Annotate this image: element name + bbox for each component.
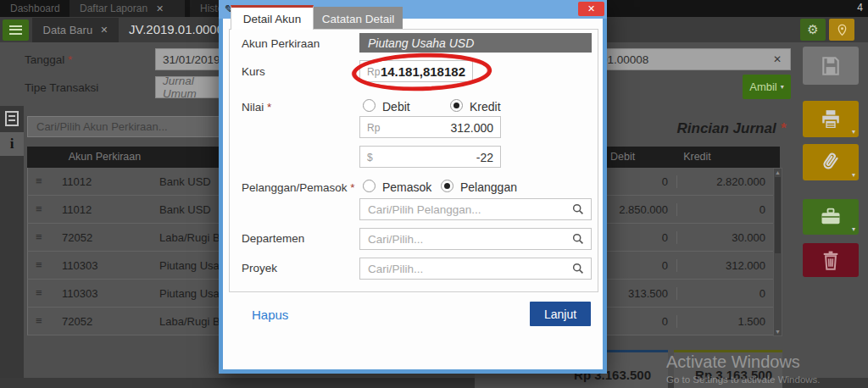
pelanggan-search-input[interactable] [359,198,592,220]
nilai-label: Nilai * [242,101,271,114]
briefcase-icon [819,206,843,228]
nilai-usd-value: -22 [476,151,493,164]
trash-icon [821,249,841,271]
nilai-usd-input[interactable]: $ -22 [359,146,501,168]
drag-handle-icon[interactable]: ≡ [36,314,42,327]
chevron-down-icon: ▾ [852,171,855,179]
scroll-up-icon[interactable]: ▲ [774,169,782,175]
radio-debit[interactable] [363,99,376,112]
proyek-search-input[interactable] [359,258,592,280]
close-icon[interactable]: ✕ [156,3,164,14]
paperclip-icon [815,147,846,177]
nilai-rp-input[interactable]: Rp 312.000 [359,116,501,138]
radio-debit-label[interactable]: Debit [382,100,410,114]
printer-icon [820,108,842,130]
nilai-rp-value: 312.000 [450,121,493,135]
journal-form-button[interactable] [0,108,24,130]
detail-akun-modal: ✎ Detail Akun ✕ Detail Akun Catatan Deta… [219,0,607,374]
close-icon[interactable]: ✕ [100,25,108,36]
table-scrollbar[interactable]: ▲ ▼ [773,168,782,336]
total-kredit-value: Rp 3.163.500 [695,368,772,382]
journal-form-icon [5,111,19,126]
tab-dashboard[interactable]: Dashboard [0,0,70,17]
ambil-button[interactable]: Ambil ▾ [743,75,791,99]
attachment-button[interactable]: ▾ [803,144,859,180]
kurs-input[interactable]: Rp 14.181,818182 [359,60,473,82]
tab-detail-akun[interactable]: Detail Akun [231,5,314,30]
tab-daftar-laporan[interactable]: Daftar Laporan ✕ [70,0,185,17]
total-kredit-box: Rp 3.163.500 [674,350,782,388]
column-header-kredit: Kredit [648,151,746,163]
tipe-transaksi-label: Tipe Transaksi [25,81,98,94]
detail-fieldset: Akun Perkiraan Piutang Usaha USD Kurs Rp… [229,29,598,292]
hapus-link[interactable]: Hapus [252,308,288,322]
departemen-search-input[interactable] [359,228,592,250]
chevron-down-icon: ▾ [852,225,855,233]
lanjut-button[interactable]: Lanjut [530,302,591,326]
clear-icon[interactable]: ✕ [773,53,782,65]
drag-handle-icon[interactable]: ≡ [36,286,42,299]
drag-handle-icon[interactable]: ≡ [36,202,42,215]
tanggal-label: Tanggal * [25,53,72,66]
proyek-label: Proyek [242,262,277,274]
menu-button[interactable] [3,19,29,41]
briefcase-button[interactable]: ▾ [803,199,859,235]
currency-prefix: Rp [367,66,380,78]
radio-kredit[interactable] [450,99,463,112]
floppy-icon [820,55,842,77]
tab-data-baru[interactable]: Data Baru ✕ [32,18,119,42]
print-button[interactable]: ▾ [803,101,859,137]
notification-badge: 4 [857,2,863,14]
radio-pemasok-label[interactable]: Pemasok [382,180,431,194]
radio-pelanggan-label[interactable]: Pelanggan [460,180,517,194]
departemen-label: Departemen [242,232,304,245]
info-button[interactable]: i [0,132,24,156]
search-icon [572,203,584,215]
pin-icon [837,24,848,36]
akun-perkiraan-label: Akun Perkiraan [242,37,320,50]
location-button[interactable] [829,19,854,41]
info-icon: i [10,136,14,152]
delete-button[interactable] [803,243,859,277]
drag-handle-icon[interactable]: ≡ [36,175,42,187]
gear-icon: ⚙ [807,22,818,37]
akun-perkiraan-value: Piutang Usaha USD [359,33,592,53]
settings-button[interactable]: ⚙ [800,19,826,41]
currency-prefix: $ [367,152,373,164]
drag-handle-icon[interactable]: ≡ [36,230,42,243]
tab-catatan-detail[interactable]: Catatan Detail [314,7,403,30]
pelanggan-pemasok-label: Pelanggan/Pemasok * [242,181,355,194]
kurs-label: Kurs [242,65,265,78]
column-header-debit: Debit [610,151,635,163]
scrollbar-thumb[interactable] [775,177,781,253]
save-button[interactable] [803,47,859,85]
column-header-akun: Akun Perkiraan [53,151,157,163]
radio-kredit-label[interactable]: Kredit [470,100,501,114]
rincian-jurnal-title: Rincian Jurnal * [677,120,787,137]
currency-prefix: Rp [367,122,380,134]
modal-close-button[interactable]: ✕ [578,2,604,16]
chevron-down-icon: ▾ [852,128,855,136]
kurs-value: 14.181,818182 [381,64,465,79]
chevron-down-icon: ▾ [781,83,784,91]
document-number: JV.2019.01.00008 [129,22,231,36]
drag-handle-icon[interactable]: ≡ [36,258,42,271]
search-icon [572,263,584,274]
hamburger-icon [9,25,22,35]
radio-pemasok[interactable] [363,180,376,192]
search-icon [572,233,584,245]
scroll-down-icon[interactable]: ▼ [774,329,782,335]
radio-pelanggan[interactable] [441,180,453,192]
